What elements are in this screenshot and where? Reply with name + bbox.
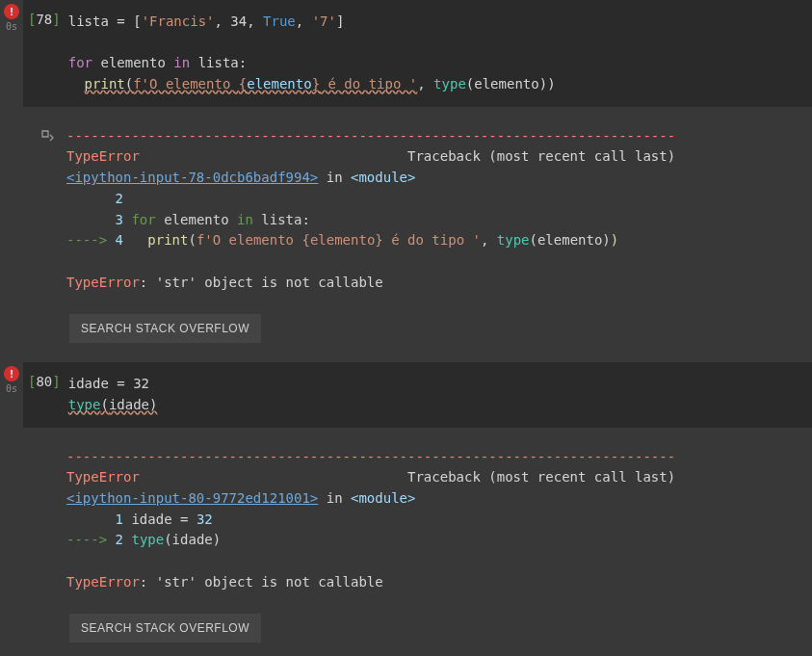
traceback-link[interactable]: <ipython-input-78-0dcb6badf994>: [66, 170, 318, 185]
output-area: ----------------------------------------…: [23, 107, 812, 303]
exec-count: [78]: [28, 12, 61, 95]
button-row: SEARCH STACK OVERFLOW: [69, 614, 812, 643]
exec-time: 0s: [6, 383, 17, 394]
search-stack-overflow-button[interactable]: SEARCH STACK OVERFLOW: [69, 614, 261, 643]
search-stack-overflow-button[interactable]: SEARCH STACK OVERFLOW: [69, 314, 261, 343]
button-row: SEARCH STACK OVERFLOW: [69, 314, 812, 343]
notebook-cell: ! 0s [80] idade = 32 type(idade) -------…: [0, 362, 812, 643]
output-expand-icon[interactable]: [28, 447, 66, 593]
code-input-area[interactable]: [80] idade = 32 type(idade): [23, 362, 812, 427]
code-input-area[interactable]: [78] lista = ['Francis', 34, True, '7'] …: [23, 0, 812, 107]
notebook-cell: ! 0s [78] lista = ['Francis', 34, True, …: [0, 0, 812, 343]
exec-time: 0s: [6, 21, 17, 32]
cell-gutter: ! 0s: [0, 366, 23, 394]
traceback-link[interactable]: <ipython-input-80-9772ed121001>: [66, 490, 318, 506]
output-expand-icon[interactable]: [28, 126, 66, 294]
error-icon[interactable]: !: [4, 4, 19, 19]
cell-gutter: ! 0s: [0, 4, 23, 32]
code-text[interactable]: lista = ['Francis', 34, True, '7'] for e…: [61, 12, 556, 95]
cell-content: [78] lista = ['Francis', 34, True, '7'] …: [23, 0, 812, 343]
traceback: ----------------------------------------…: [66, 126, 807, 294]
output-area: ----------------------------------------…: [23, 428, 812, 603]
exec-count: [80]: [28, 374, 61, 415]
code-text[interactable]: idade = 32 type(idade): [61, 374, 158, 415]
cell-content: [80] idade = 32 type(idade) ------------…: [23, 362, 812, 643]
traceback: ----------------------------------------…: [66, 447, 807, 593]
error-icon[interactable]: !: [4, 366, 19, 381]
